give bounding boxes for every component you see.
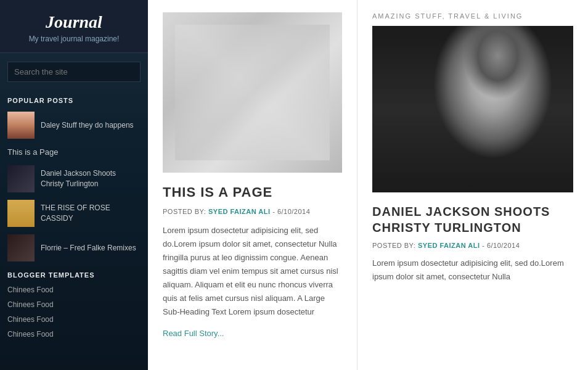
search-box[interactable]	[7, 62, 141, 82]
right-meta-prefix: POSTED BY:	[372, 242, 415, 249]
sidebar-header: Journal My travel journal magazine!	[0, 0, 148, 53]
right-photo	[372, 26, 573, 192]
post-title-1: Daley Stuff they do happens	[41, 120, 134, 131]
right-meta-author: SYED FAIZAN ALI	[418, 242, 480, 249]
post-thumb-1	[7, 112, 35, 139]
popular-posts-label: POPULAR POSTS	[0, 91, 148, 108]
meta-author: SYED FAIZAN ALI	[208, 208, 271, 215]
popular-post-3[interactable]: THE RISE OF ROSE CASSIDY	[0, 196, 148, 231]
right-article-meta: POSTED BY: SYED FAIZAN ALI - 6/10/2014	[372, 242, 573, 249]
popular-post-4[interactable]: Florrie – Fred Falke Remixes	[0, 231, 148, 265]
article-body: Lorem ipsum dosectetur adipisicing elit,…	[163, 224, 342, 319]
post-thumb-4	[7, 234, 35, 261]
site-subtitle: My travel journal magazine!	[9, 35, 139, 43]
site-title: Journal	[9, 12, 139, 32]
article-meta: POSTED BY: SYED FAIZAN ALI - 6/10/2014	[163, 208, 342, 215]
right-meta-date: - 6/10/2014	[482, 242, 520, 249]
main-content: THIS IS A PAGE POSTED BY: SYED FAIZAN AL…	[148, 0, 588, 370]
post-title-3: THE RISE OF ROSE CASSIDY	[41, 203, 141, 224]
post-thumb-3	[7, 200, 35, 227]
post-title-4: Florrie – Fred Falke Remixes	[41, 243, 136, 253]
search-input[interactable]	[7, 62, 141, 82]
right-article: AMAZING STUFF, TRAVEL & LIVING DANIEL JA…	[357, 0, 588, 370]
blogger-templates-label: BLOGGER TEMPLATES	[0, 265, 148, 282]
sidebar: Journal My travel journal magazine! POPU…	[0, 0, 148, 370]
right-article-body: Lorem ipsum dosectetur adipisicing elit,…	[372, 257, 573, 284]
blogger-link-1[interactable]: Chinees Food	[0, 282, 148, 297]
bw-hair	[443, 26, 553, 126]
right-category: AMAZING STUFF, TRAVEL & LIVING	[372, 12, 573, 20]
post-title-2: Daniel Jackson Shoots Christy Turlington	[41, 168, 141, 189]
meta-date: - 6/10/2014	[272, 208, 310, 215]
article-title: THIS IS A PAGE	[163, 184, 342, 202]
blogger-link-3[interactable]: Chinees Food	[0, 312, 148, 327]
popular-post-2[interactable]: Daniel Jackson Shoots Christy Turlington	[0, 162, 148, 196]
popular-post-1[interactable]: Daley Stuff they do happens	[0, 108, 148, 142]
blogger-link-2[interactable]: Chinees Food	[0, 297, 148, 312]
right-article-title: DANIEL JACKSON SHOOTS CHRISTY TURLINGTON	[372, 204, 573, 236]
meta-prefix: POSTED BY:	[163, 208, 206, 215]
read-more-link[interactable]: Read Full Story...	[163, 329, 342, 338]
post-thumb-2	[7, 165, 35, 192]
page-link[interactable]: This is a Page	[0, 142, 148, 162]
center-article: THIS IS A PAGE POSTED BY: SYED FAIZAN AL…	[148, 0, 357, 370]
article-image	[163, 12, 342, 173]
blogger-link-4[interactable]: Chinees Food	[0, 327, 148, 342]
